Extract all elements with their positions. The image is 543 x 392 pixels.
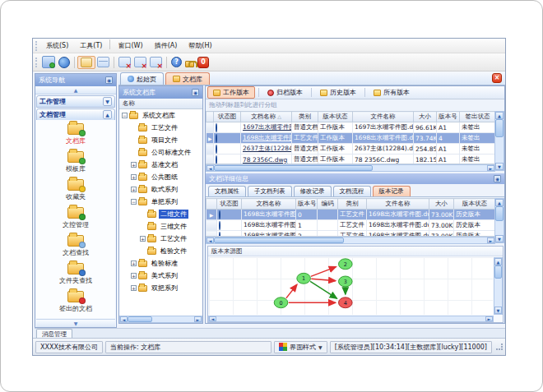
detail-tab-版本记录[interactable]: 版本记录 [373, 186, 411, 196]
table-row[interactable]: 2637主体(12284).dwg普通文档工作版本2637主体(12284).d… [207, 144, 496, 154]
pin-icon[interactable]: ◉ [105, 76, 113, 84]
scroll-up-icon[interactable]: ▲ [495, 199, 504, 206]
expander-icon[interactable]: + [140, 236, 146, 242]
version-button-工作版本[interactable]: 工作版本 [207, 86, 255, 99]
scroll-thumb[interactable] [494, 265, 502, 279]
tree-node-公共图纸[interactable]: +公共图纸 [119, 171, 202, 183]
detail-tab-文档属性[interactable]: 文档属性 [208, 186, 246, 196]
column-header-编码[interactable]: 编码 [318, 199, 338, 210]
table-row[interactable]: 1697出水嘴零件图.dwg普通文档工作版本1697出水嘴零件图.dwg96.6… [207, 122, 496, 133]
scroll-left-icon[interactable]: ◄ [207, 165, 214, 171]
column-header-文档名称[interactable]: 文档名称 △ [241, 112, 292, 122]
tree-node-美式系列[interactable]: +美式系列 [119, 270, 202, 282]
tab-文档库[interactable]: 文档库 [165, 72, 210, 85]
document-grid-vscrollbar[interactable]: ▲ ▼ [494, 111, 504, 171]
version-button-所有版本[interactable]: 所有版本 [369, 87, 415, 98]
table-window-icon[interactable] [97, 57, 109, 67]
menu-item-2[interactable]: 窗口(W) [112, 39, 148, 52]
tree-node-项目文件[interactable]: 项目文件 [119, 134, 202, 146]
lock-icon[interactable] [185, 61, 194, 67]
chevron-up-icon[interactable]: ▲ [103, 110, 112, 119]
tree-node-检验标准[interactable]: +检验标准 [119, 257, 202, 270]
scroll-right-icon[interactable]: ► [194, 316, 202, 322]
tree-node-基准文档[interactable]: +基准文档 [119, 159, 202, 171]
column-header-类别[interactable]: 类别 [338, 199, 367, 210]
tree-node-检验文件[interactable]: 检验文件 [119, 245, 202, 257]
tree-node-欧式系列[interactable]: +欧式系列 [119, 183, 202, 196]
globe-icon[interactable] [58, 57, 70, 68]
ui-style-selector[interactable]: 界面样式 ▼ [274, 341, 327, 353]
table-row[interactable]: 1698出水嘴零件图.dwg1工艺文件1698出水嘴零件图.dwg73.00KB… [207, 220, 496, 231]
table-row[interactable]: 78 2356C.dwg普通文档工作版本78 2356C.dwg182.15KB… [207, 154, 496, 165]
sidebar-overflow-strip[interactable]: ▼ [36, 319, 115, 327]
menu-item-4[interactable]: 帮助(H) [183, 39, 217, 52]
tree-node-工艺文件[interactable]: +工艺文件 [119, 233, 202, 245]
detail-tab-修改记录[interactable]: 修改记录 [294, 186, 332, 196]
column-header-版本号[interactable]: 版本号 [296, 199, 318, 210]
version-grid-vscrollbar[interactable]: ▲ ▼ [494, 198, 504, 243]
folder-window-icon[interactable] [81, 58, 92, 67]
version-button-历史版本[interactable]: 历史版本 [315, 87, 361, 98]
pin-icon[interactable]: ◉ [192, 89, 199, 96]
sidebar-collapse-strip[interactable]: ▲ [35, 86, 116, 95]
sidebar-item-文档库[interactable]: 文档库 [36, 120, 115, 148]
column-header-状态图[interactable]: 状态图 [217, 199, 242, 210]
column-header-状态图[interactable]: 状态图 [214, 112, 241, 122]
sidebar-item-签出的文档[interactable]: 签出的文档 [36, 288, 115, 316]
tree-node-三维文件[interactable]: 三维文件 [119, 220, 202, 233]
menu-item-0[interactable]: 系统(S) [40, 39, 74, 52]
tab-起始页[interactable]: 起始页 [120, 72, 164, 85]
sidebar-group-work[interactable]: 工作管理 ▼ [36, 95, 115, 108]
scroll-up-icon[interactable]: ▲ [494, 258, 502, 265]
tree-node-单把系列[interactable]: −单把系列 [119, 196, 202, 208]
detail-tab-子文档列表[interactable]: 子文档列表 [248, 186, 292, 196]
tree-node-系统文档库[interactable]: −系统文档库 [119, 109, 202, 122]
version-node-3[interactable]: 3 [339, 276, 353, 287]
expander-icon[interactable]: + [131, 162, 137, 168]
column-header-版本状态[interactable]: 版本状态 [454, 199, 496, 210]
column-header-文档名称[interactable]: 文档名称 [242, 199, 296, 210]
column-header-类别[interactable]: 类别 [292, 112, 318, 122]
table-row[interactable]: 1698出水嘴零件图.dwg2工艺文件1698出水嘴零件图.dwg73.00KB… [207, 231, 496, 238]
sidebar-item-文件夹查找[interactable]: 文件夹查找 [36, 260, 115, 288]
scroll-left-icon[interactable]: ◄ [209, 316, 216, 321]
column-header-大小[interactable]: 大小 [429, 199, 454, 210]
window-icon[interactable] [42, 56, 55, 68]
scroll-thumb[interactable] [495, 119, 504, 137]
version-node-4[interactable]: 4 [339, 297, 353, 308]
exit-icon[interactable]: 0 [197, 57, 209, 68]
help-icon[interactable]: ? [171, 57, 182, 67]
close-doc-icon[interactable] [134, 57, 146, 67]
version-node-1[interactable]: 1 [297, 273, 311, 284]
expander-icon[interactable]: + [131, 187, 137, 192]
scroll-thumb[interactable] [495, 206, 504, 221]
scroll-up-icon[interactable]: ▲ [495, 112, 504, 119]
toolbar-active-button[interactable] [77, 56, 95, 69]
tree-node-公司标准文件[interactable]: 公司标准文件 [119, 146, 202, 159]
close-doc-icon[interactable] [150, 57, 162, 67]
sidebar-item-文控管理[interactable]: 文控管理 [36, 204, 115, 232]
sidebar-item-收藏夹[interactable]: 收藏夹 [36, 176, 115, 204]
column-header-版本状态[interactable]: 版本状态 [318, 112, 353, 122]
scroll-down-icon[interactable]: ▼ [495, 235, 504, 242]
graph-vscrollbar[interactable]: ▲ ▼ [494, 257, 503, 315]
table-row[interactable]: ▶1698出水嘴零件图.dwg0工艺文件1698出水嘴零件图.dwg73.00K… [207, 210, 496, 220]
scroll-thumb[interactable] [128, 316, 152, 322]
document-link[interactable]: 2637主体(12284).dwg [243, 145, 292, 152]
tree-horizontal-scrollbar[interactable]: ◄ ► [119, 316, 202, 323]
chevron-down-icon[interactable]: ▼ [103, 97, 112, 106]
menu-item-3[interactable]: 插件(A) [149, 39, 183, 52]
version-button-归档版本[interactable]: 归档版本 [262, 87, 308, 98]
expander-icon[interactable]: − [122, 113, 128, 118]
column-header-签出状态[interactable]: 签出状态 [460, 112, 496, 122]
expander-icon[interactable]: − [131, 199, 137, 205]
pin-icon[interactable]: ◉ [494, 175, 501, 182]
expander-icon[interactable]: + [131, 273, 137, 279]
scroll-thumb[interactable] [214, 238, 344, 243]
tree-node-双把系列[interactable]: +双把系列 [119, 282, 202, 294]
scroll-down-icon[interactable]: ▼ [494, 307, 502, 314]
scroll-right-icon[interactable]: ► [487, 165, 494, 171]
scroll-left-icon[interactable]: ◄ [120, 316, 128, 322]
scroll-right-icon[interactable]: ► [485, 316, 493, 321]
document-link[interactable]: 1697出水嘴零件图.dwg [243, 123, 292, 131]
